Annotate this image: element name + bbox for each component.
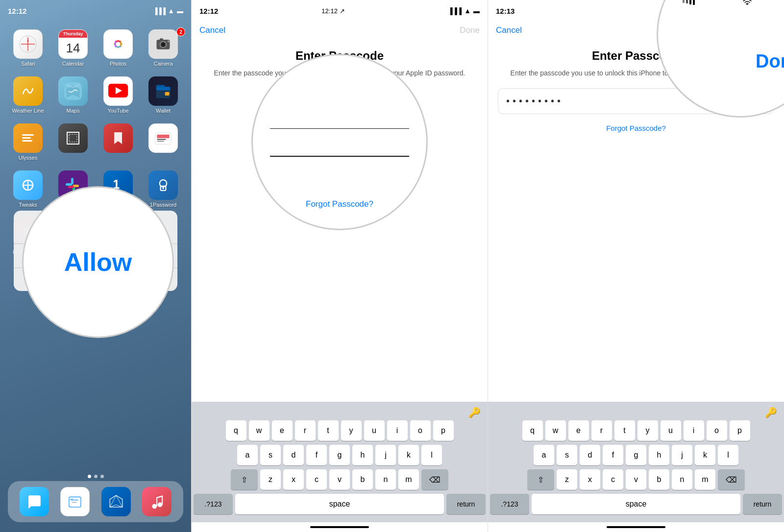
wallet-app[interactable]: Wallet — [143, 76, 183, 114]
key3-w[interactable]: w — [545, 420, 566, 441]
maps-label: Maps — [67, 108, 80, 114]
svg-point-5 — [116, 42, 121, 47]
key-t[interactable]: t — [318, 420, 339, 441]
readinglist-app[interactable] — [98, 123, 138, 161]
key3-space[interactable]: space — [532, 494, 740, 514]
screen2-row4: .?123 space return — [194, 494, 486, 514]
key-q[interactable]: q — [226, 420, 246, 441]
key-u[interactable]: u — [364, 420, 385, 441]
svg-rect-9 — [160, 38, 163, 40]
photos-label: Photos — [110, 61, 126, 67]
key3-shift[interactable]: ⇧ — [527, 469, 554, 490]
key-i[interactable]: i — [387, 420, 408, 441]
key-n[interactable]: n — [375, 469, 396, 490]
key3-k[interactable]: k — [695, 445, 715, 465]
key3-q[interactable]: q — [522, 420, 543, 441]
svg-rect-18 — [22, 134, 34, 136]
key-f[interactable]: f — [306, 445, 327, 465]
key3-j[interactable]: j — [672, 445, 692, 465]
calendar-app[interactable]: Thursday 14 Calendar — [53, 29, 93, 67]
key-b[interactable]: b — [352, 469, 373, 490]
svg-rect-24 — [157, 135, 169, 138]
key-l[interactable]: l — [421, 445, 442, 465]
key-a[interactable]: a — [237, 445, 258, 465]
key3-v[interactable]: v — [626, 469, 646, 490]
key-d[interactable]: d — [283, 445, 304, 465]
ulysses-app[interactable]: Ulysses — [8, 123, 48, 161]
key3-h[interactable]: h — [649, 445, 669, 465]
maps-app[interactable]: Maps — [53, 76, 93, 114]
onepassword-app[interactable]: 1Password — [143, 170, 183, 208]
reminders-dock[interactable] — [60, 487, 90, 516]
allow-circle-overlay: Allow — [22, 186, 174, 338]
tweaks-app[interactable]: Tweaks — [8, 170, 48, 208]
key3-a[interactable]: a — [534, 445, 554, 465]
key-123[interactable]: .?123 — [194, 494, 233, 514]
key3-c[interactable]: c — [603, 469, 623, 490]
pc-forgot-text[interactable]: Forgot Passcode? — [253, 199, 426, 209]
key-e[interactable]: e — [272, 420, 293, 441]
key3-123[interactable]: .?123 — [490, 494, 529, 514]
youtube-app[interactable]: 2 YouTube — [98, 76, 138, 114]
key3-z[interactable]: z — [557, 469, 577, 490]
key-h[interactable]: h — [352, 445, 373, 465]
key-j[interactable]: j — [375, 445, 396, 465]
screen3-cancel[interactable]: Cancel — [496, 25, 522, 35]
key3-f[interactable]: f — [603, 445, 623, 465]
key3-delete[interactable]: ⌫ — [718, 469, 745, 490]
key-z[interactable]: z — [260, 469, 281, 490]
key3-return[interactable]: return — [743, 494, 782, 514]
messages-dock[interactable] — [20, 487, 49, 516]
svg-point-52 — [152, 504, 157, 509]
key-c[interactable]: c — [306, 469, 327, 490]
key-return[interactable]: return — [446, 494, 486, 514]
key-p[interactable]: p — [433, 420, 454, 441]
crop-app[interactable] — [53, 123, 93, 161]
key-s[interactable]: s — [260, 445, 281, 465]
key3-e[interactable]: e — [568, 420, 589, 441]
key3-u[interactable]: u — [661, 420, 681, 441]
key3-m[interactable]: m — [695, 469, 715, 490]
key-shift[interactable]: ⇧ — [231, 469, 258, 490]
key3-i[interactable]: i — [684, 420, 704, 441]
svg-point-53 — [158, 503, 163, 508]
battery-icon: ▬ — [177, 7, 183, 15]
key-r[interactable]: r — [295, 420, 316, 441]
safari-app[interactable]: Safari — [8, 29, 48, 67]
key-k[interactable]: k — [398, 445, 419, 465]
key3-l[interactable]: l — [718, 445, 738, 465]
screen3-forgot[interactable]: Forgot Passcode? — [488, 120, 784, 136]
maps-dock[interactable] — [101, 487, 131, 516]
music-dock[interactable] — [142, 487, 172, 516]
key-delete[interactable]: ⌫ — [421, 469, 448, 490]
key3-s[interactable]: s — [557, 445, 577, 465]
key3-p[interactable]: p — [730, 420, 750, 441]
key-space[interactable]: space — [235, 494, 444, 514]
done-circle-text[interactable]: Done — [756, 51, 784, 72]
key3-t[interactable]: t — [614, 420, 635, 441]
news-app[interactable] — [143, 123, 183, 161]
key-o[interactable]: o — [410, 420, 431, 441]
screen3-row2: a s d f g h j k l — [490, 445, 782, 465]
key3-n[interactable]: n — [672, 469, 692, 490]
key3-g[interactable]: g — [626, 445, 646, 465]
key-m[interactable]: m — [398, 469, 419, 490]
key3-x[interactable]: x — [580, 469, 600, 490]
key-y[interactable]: y — [341, 420, 362, 441]
key3-o[interactable]: o — [707, 420, 727, 441]
key-x[interactable]: x — [283, 469, 304, 490]
photos-app[interactable]: Photos — [98, 29, 138, 67]
screen2-cancel[interactable]: Cancel — [199, 25, 225, 35]
key3-y[interactable]: y — [637, 420, 658, 441]
key-w[interactable]: w — [249, 420, 270, 441]
key3-r[interactable]: r — [591, 420, 612, 441]
key-g[interactable]: g — [329, 445, 350, 465]
pc-line1 — [270, 128, 409, 129]
key3-d[interactable]: d — [580, 445, 600, 465]
svg-rect-30 — [71, 178, 74, 184]
weatherline-label: Weather Line — [12, 108, 44, 114]
key3-b[interactable]: b — [649, 469, 669, 490]
screen3-row4: .?123 space return — [490, 494, 782, 514]
weatherline-app[interactable]: Weather Line — [8, 76, 48, 114]
key-v[interactable]: v — [329, 469, 350, 490]
